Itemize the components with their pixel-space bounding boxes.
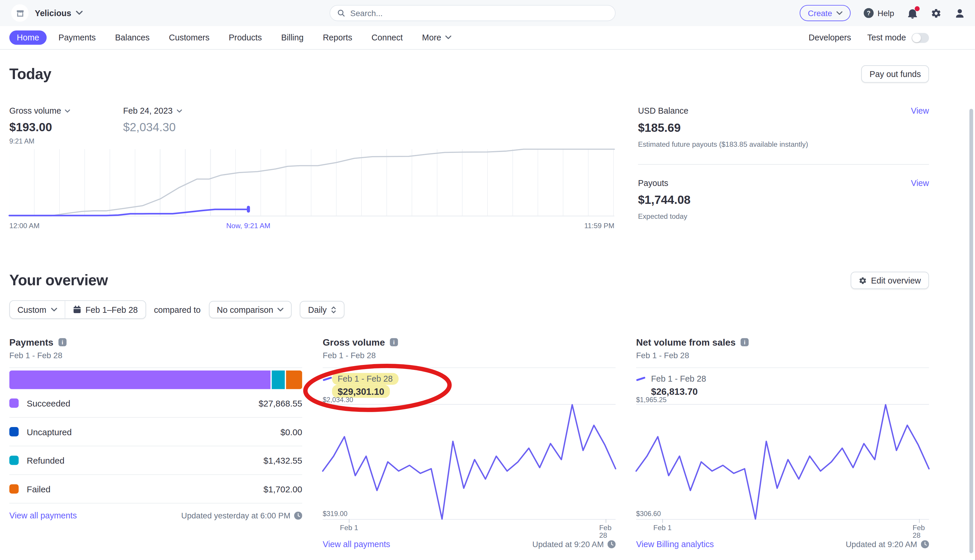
clock-icon: [608, 540, 616, 548]
gross-volume-panel: Gross volume Feb 1 - Feb 28 Feb 1 - Feb …: [323, 337, 616, 549]
date-range-button[interactable]: Feb 1–Feb 28: [65, 301, 145, 318]
gross-volume-metric-selector[interactable]: Gross volume: [9, 106, 123, 116]
chevron-down-icon: [76, 10, 82, 15]
net-volume-total: $26,813.70: [651, 386, 698, 397]
view-all-payments-link[interactable]: View all payments: [323, 540, 390, 549]
interval-value: Daily: [308, 305, 327, 314]
create-button[interactable]: Create: [800, 5, 851, 21]
search-icon: [337, 9, 345, 18]
x-label-end: Feb 28: [599, 524, 612, 539]
info-icon[interactable]: [58, 338, 67, 347]
help-button[interactable]: ? Help: [864, 8, 894, 18]
account-switcher[interactable]: Yelicious: [35, 8, 82, 18]
refunded-value: $1,432.55: [263, 455, 302, 465]
clock-icon: [921, 540, 929, 548]
today-volume-chart: [9, 149, 614, 216]
x-label-start: Feb 1: [653, 524, 672, 531]
edit-overview-button[interactable]: Edit overview: [850, 272, 929, 289]
range-type-select[interactable]: Custom: [10, 301, 65, 318]
developers-link[interactable]: Developers: [808, 33, 851, 42]
failed-value: $1,702.00: [263, 484, 302, 494]
account-name: Yelicious: [35, 8, 71, 18]
scrollbar[interactable]: [970, 109, 973, 553]
info-icon[interactable]: [390, 338, 398, 347]
nav-item-payments[interactable]: Payments: [51, 30, 103, 45]
usd-balance-label: USD Balance: [638, 106, 688, 116]
succeeded-label: Succeeded: [27, 398, 70, 408]
view-all-payments-link[interactable]: View all payments: [9, 511, 77, 520]
pay-out-funds-button[interactable]: Pay out funds: [862, 65, 929, 83]
compared-to-text: compared to: [154, 305, 200, 314]
uncaptured-swatch: [9, 427, 19, 437]
test-mode-toggle[interactable]: [912, 33, 929, 42]
gross-volume-panel-title: Gross volume: [323, 337, 385, 347]
settings-button[interactable]: [931, 8, 941, 18]
nav-items: Home Payments Balances Customers Product…: [9, 30, 459, 45]
nav-item-connect[interactable]: Connect: [364, 30, 410, 45]
divider: [638, 164, 929, 165]
gear-icon: [931, 8, 941, 18]
nav-item-balances[interactable]: Balances: [108, 30, 157, 45]
user-icon: [955, 8, 965, 18]
payments-panel-title: Payments: [9, 337, 53, 347]
comparison-select[interactable]: No comparison: [208, 301, 292, 318]
chevron-down-icon: [65, 109, 70, 113]
help-icon: ?: [864, 8, 874, 18]
gross-volume-chart: $2,034.30 $319.00: [323, 404, 616, 520]
svg-text:?: ?: [867, 10, 871, 17]
chevron-down-icon: [177, 109, 182, 113]
gear-icon: [858, 276, 867, 284]
page-title-today: Today: [9, 65, 51, 83]
net-volume-period: Feb 1 - Feb 28: [636, 351, 929, 360]
comparison-date-selector[interactable]: Feb 24, 2023: [123, 106, 182, 116]
search-bar[interactable]: [330, 5, 615, 21]
payouts-caption: Expected today: [638, 213, 929, 220]
clock-icon: [294, 512, 302, 520]
payouts-card: Payouts View $1,744.08 Expected today: [638, 178, 929, 220]
notification-dot: [915, 6, 920, 11]
notifications-button[interactable]: [907, 8, 918, 18]
toggle-knob: [912, 33, 921, 42]
gross-volume-line: [323, 405, 616, 519]
store-logo: [11, 4, 28, 22]
divider: [636, 367, 929, 368]
payouts-view-link[interactable]: View: [911, 178, 929, 188]
net-volume-line: [636, 405, 929, 519]
uncaptured-label: Uncaptured: [27, 427, 72, 437]
test-mode-control: Test mode: [867, 33, 929, 42]
interval-select[interactable]: Daily: [300, 301, 345, 318]
main-nav: Home Payments Balances Customers Product…: [0, 26, 975, 50]
payments-row-refunded[interactable]: Refunded $1,432.55: [9, 447, 302, 475]
stripe-dashboard: Yelicious Create ?: [0, 0, 975, 560]
search-input[interactable]: [350, 8, 608, 18]
usd-balance-view-link[interactable]: View: [911, 106, 929, 116]
usd-balance-caption: Estimated future payouts ($183.85 availa…: [638, 141, 929, 148]
divider: [9, 367, 302, 368]
gross-volume-metric: Gross volume $193.00 9:21 AM: [9, 106, 123, 145]
net-volume-panel: Net volume from sales Feb 1 - Feb 28 Feb…: [636, 337, 929, 549]
x-label-now: Now, 9:21 AM: [226, 222, 270, 229]
nav-item-reports[interactable]: Reports: [315, 30, 360, 45]
date-range-value: Feb 1–Feb 28: [85, 305, 138, 314]
nav-item-products[interactable]: Products: [221, 30, 269, 45]
info-icon[interactable]: [741, 338, 749, 347]
nav-item-home[interactable]: Home: [9, 30, 47, 45]
profile-button[interactable]: [955, 8, 965, 18]
payments-row-uncaptured[interactable]: Uncaptured $0.00: [9, 418, 302, 447]
nav-item-billing[interactable]: Billing: [273, 30, 311, 45]
y-min-label: $306.60: [636, 510, 661, 517]
x-tick: [605, 519, 606, 523]
today-chart-block: Gross volume $193.00 9:21 AM Feb 24, 202…: [9, 106, 614, 232]
nav-item-customers[interactable]: Customers: [162, 30, 217, 45]
uncaptured-value: $0.00: [280, 427, 302, 437]
x-label-start: 12:00 AM: [9, 222, 40, 229]
payments-row-failed[interactable]: Failed $1,702.00: [9, 475, 302, 504]
payments-row-succeeded[interactable]: Succeeded $27,868.55: [9, 389, 302, 418]
view-billing-analytics-link[interactable]: View Billing analytics: [636, 540, 714, 549]
x-tick: [919, 519, 919, 523]
succeeded-swatch: [9, 398, 19, 408]
net-volume-legend-label: Feb 1 - Feb 28: [651, 374, 706, 384]
payments-updated-text: Updated yesterday at 6:00 PM: [181, 511, 290, 520]
nav-item-more[interactable]: More: [415, 30, 458, 45]
payouts-value: $1,744.08: [638, 193, 929, 207]
